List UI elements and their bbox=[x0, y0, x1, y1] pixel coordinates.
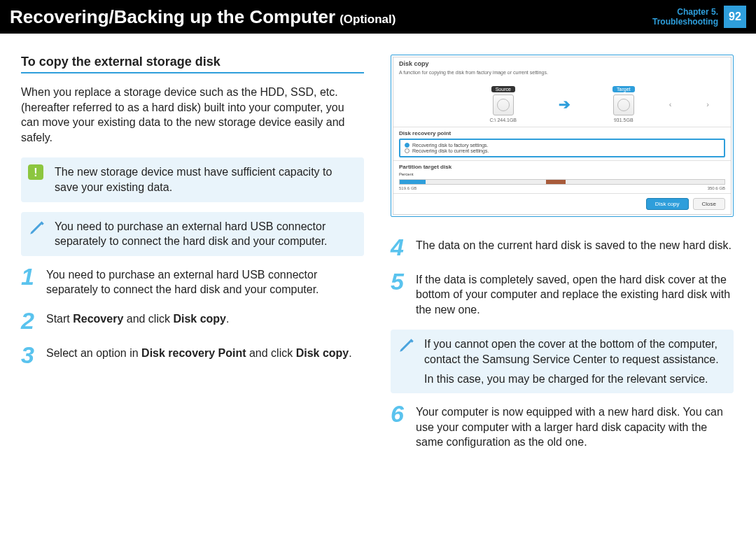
service-note-p1: If you cannot open the cover at the bott… bbox=[424, 337, 727, 367]
note-icon bbox=[28, 219, 46, 241]
page-body: To copy the external storage disk When y… bbox=[0, 34, 756, 477]
step-number: 2 bbox=[21, 310, 39, 332]
target-size: 931.5GB bbox=[614, 118, 634, 122]
recovery-point-section: Disk recovery point Recovering disk to f… bbox=[393, 127, 731, 160]
step-4: 4 The data on the current hard disk is s… bbox=[391, 237, 734, 258]
step-5-text: If the data is completely saved, open th… bbox=[416, 271, 734, 318]
page-header: Recovering/Backing up the Computer (Opti… bbox=[0, 0, 756, 34]
radio-icon bbox=[405, 148, 410, 153]
arrow-right-icon: ➔ bbox=[559, 96, 570, 113]
step-3: 3 Select an option in Disk recovery Poin… bbox=[21, 344, 364, 366]
note-callout: You need to purchase an external hard US… bbox=[21, 212, 364, 256]
header-right: Chapter 5. Troubleshooting 92 bbox=[652, 6, 746, 28]
partition-title: Partition target disk bbox=[399, 164, 725, 170]
step-2-text: Start Recovery and click Disk copy. bbox=[46, 310, 364, 332]
page-title-optional: (Optional) bbox=[340, 13, 396, 27]
step-1: 1 You need to purchase an external hard … bbox=[21, 266, 364, 297]
screenshot-frame: Disk copy A function for copying the dis… bbox=[391, 55, 734, 217]
step-number: 1 bbox=[21, 266, 39, 297]
chevron-right-icon[interactable]: › bbox=[703, 98, 713, 111]
step-4-text: The data on the current hard disk is sav… bbox=[416, 237, 734, 258]
chapter-line2: Troubleshooting bbox=[652, 17, 718, 27]
step-5: 5 If the data is completely saved, open … bbox=[391, 271, 734, 318]
step-number: 6 bbox=[391, 403, 409, 450]
dialog-description: A function for copying the disk from fac… bbox=[393, 70, 731, 79]
option-current[interactable]: Recovering disk to current settings. bbox=[405, 148, 720, 153]
close-button[interactable]: Close bbox=[693, 198, 725, 210]
step-6-text: Your computer is now equipped with a new… bbox=[416, 403, 734, 450]
disk-copy-button[interactable]: Disk copy bbox=[646, 198, 689, 210]
header-left: Recovering/Backing up the Computer (Opti… bbox=[10, 6, 396, 28]
partition-left-size: 519.6 GB bbox=[399, 186, 416, 190]
step-number: 5 bbox=[391, 271, 409, 318]
percent-label: Percent bbox=[399, 172, 725, 176]
radio-icon bbox=[405, 143, 410, 148]
service-note-callout: If you cannot open the cover at the bott… bbox=[391, 330, 734, 393]
warning-icon: ! bbox=[28, 164, 43, 180]
step-1-text: You need to purchase an external hard US… bbox=[46, 266, 364, 297]
recovery-point-title: Disk recovery point bbox=[399, 130, 725, 136]
step-number: 3 bbox=[21, 344, 39, 366]
recovery-options: Recovering disk to factory settings. Rec… bbox=[399, 139, 725, 157]
service-note-p2: In this case, you may be charged for the… bbox=[424, 372, 727, 387]
partition-right-size: 350.6 GB bbox=[708, 186, 725, 190]
step-3-text: Select an option in Disk recovery Point … bbox=[46, 344, 364, 366]
section-title: To copy the external storage disk bbox=[21, 55, 364, 73]
note-text: You need to purchase an external hard US… bbox=[55, 220, 328, 248]
step-2: 2 Start Recovery and click Disk copy. bbox=[21, 310, 364, 332]
partition-bar[interactable] bbox=[399, 179, 725, 185]
chapter-label: Chapter 5. Troubleshooting bbox=[652, 7, 718, 27]
page-title: Recovering/Backing up the Computer bbox=[10, 6, 335, 28]
partition-labels: 519.6 GB 350.6 GB bbox=[399, 186, 725, 190]
disk-copy-dialog: Disk copy A function for copying the dis… bbox=[393, 57, 732, 215]
partition-section: Partition target disk Percent 519.6 GB 3… bbox=[393, 160, 731, 193]
service-note-body: If you cannot open the cover at the bott… bbox=[424, 337, 727, 386]
step-6: 6 Your computer is now equipped with a n… bbox=[391, 403, 734, 450]
source-disk: Source C:\ 244.1GB bbox=[490, 86, 517, 122]
right-column: Disk copy A function for copying the dis… bbox=[391, 55, 734, 463]
source-label: Source bbox=[491, 86, 515, 92]
page-number: 92 bbox=[724, 6, 746, 28]
hdd-icon bbox=[613, 94, 634, 115]
option-factory[interactable]: Recovering disk to factory settings. bbox=[405, 143, 720, 148]
chapter-line1: Chapter 5. bbox=[652, 7, 718, 17]
chevron-left-icon[interactable]: ‹ bbox=[666, 98, 676, 111]
target-disk: Target 931.5GB bbox=[612, 86, 634, 122]
warning-text: The new storage device must have suffici… bbox=[55, 166, 332, 193]
intro-paragraph: When you replace a storage device such a… bbox=[21, 85, 364, 145]
left-column: To copy the external storage disk When y… bbox=[21, 55, 364, 463]
note-icon bbox=[398, 337, 416, 359]
target-label: Target bbox=[612, 86, 634, 92]
dialog-footer: Disk copy Close bbox=[393, 193, 731, 214]
warning-callout: ! The new storage device must have suffi… bbox=[21, 157, 364, 202]
step-number: 4 bbox=[391, 237, 409, 258]
target-nav: ‹ › bbox=[666, 98, 713, 111]
hdd-icon bbox=[493, 94, 514, 115]
source-size: C:\ 244.1GB bbox=[490, 118, 517, 122]
dialog-title: Disk copy bbox=[393, 57, 731, 70]
disk-visual: Source C:\ 244.1GB ➔ ‹ › Target 931.5GB bbox=[393, 79, 731, 127]
